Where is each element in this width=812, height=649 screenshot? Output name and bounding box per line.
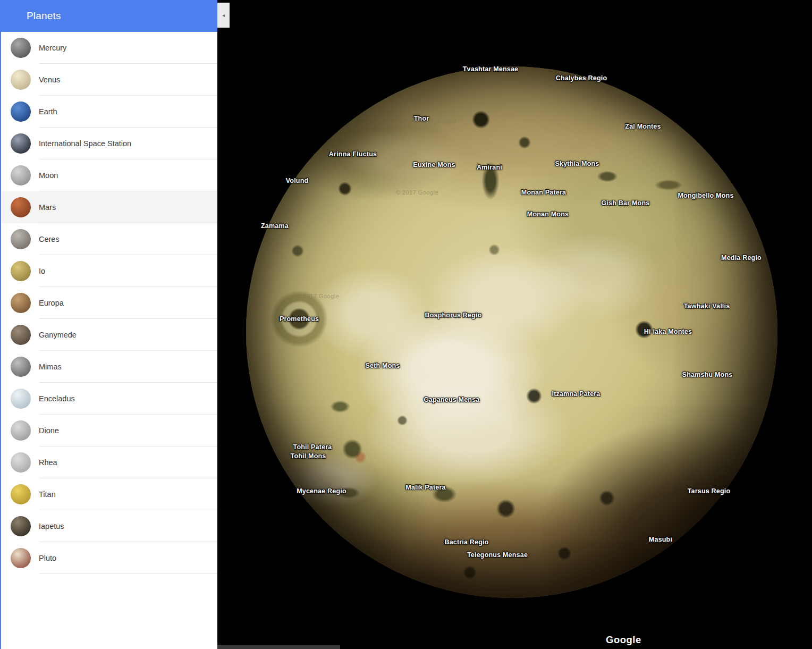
sidebar-item-label: Mercury	[39, 44, 66, 52]
sidebar-header: Planets	[0, 0, 217, 32]
moon-thumbnail-icon	[11, 165, 31, 186]
sidebar-item-label: Ceres	[39, 235, 60, 243]
earth-thumbnail-icon	[11, 102, 31, 122]
sidebar-item-mars[interactable]: Mars	[1, 191, 217, 223]
page-title: Planets	[27, 10, 61, 22]
sidebar-item-enceladus[interactable]: Enceladus	[1, 383, 217, 415]
sidebar-item-label: Enceladus	[39, 394, 75, 403]
sidebar-item-label: Io	[39, 267, 45, 275]
europa-thumbnail-icon	[11, 293, 31, 313]
sidebar-item-label: Mars	[39, 203, 56, 212]
io-thumbnail-icon	[11, 261, 31, 281]
sidebar-item-label: Ganymede	[39, 331, 77, 339]
sidebar-item-venus[interactable]: Venus	[1, 64, 217, 96]
sidebar-item-pluto[interactable]: Pluto	[1, 542, 217, 574]
sidebar-item-io[interactable]: Io	[1, 255, 217, 287]
ceres-thumbnail-icon	[11, 229, 31, 249]
venus-thumbnail-icon	[11, 70, 31, 90]
sidebar-item-earth[interactable]: Earth	[1, 96, 217, 128]
sidebar-item-label: Moon	[39, 171, 58, 180]
sidebar-item-label: Venus	[39, 75, 60, 84]
ganymede-thumbnail-icon	[11, 325, 31, 345]
sidebar-item-mercury[interactable]: Mercury	[1, 32, 217, 64]
sidebar-item-mimas[interactable]: Mimas	[1, 351, 217, 383]
iapetus-thumbnail-icon	[11, 516, 31, 536]
sidebar-item-ganymede[interactable]: Ganymede	[1, 319, 217, 351]
titan-thumbnail-icon	[11, 484, 31, 504]
google-logo[interactable]: Google	[606, 634, 641, 646]
sidebar-item-rhea[interactable]: Rhea	[1, 446, 217, 478]
mercury-thumbnail-icon	[11, 38, 31, 58]
sidebar-item-label: Mimas	[39, 363, 62, 371]
sidebar-collapse-button[interactable]: ◂	[217, 3, 230, 28]
planet-list: MercuryVenusEarthInternational Space Sta…	[0, 32, 217, 649]
app-window: © 2017 Google© 2017 Google© 2017 Google …	[0, 0, 812, 649]
planet-map-canvas[interactable]: © 2017 Google© 2017 Google© 2017 Google …	[217, 0, 812, 649]
mimas-thumbnail-icon	[11, 357, 31, 377]
enceladus-thumbnail-icon	[11, 389, 31, 409]
sidebar-item-label: Iapetus	[39, 522, 64, 530]
sidebar-item-ceres[interactable]: Ceres	[1, 223, 217, 255]
sidebar-item-europa[interactable]: Europa	[1, 287, 217, 319]
rhea-thumbnail-icon	[11, 452, 31, 473]
sidebar-item-label: Titan	[39, 490, 56, 499]
international-space-station-thumbnail-icon	[11, 133, 31, 154]
sidebar-item-dione[interactable]: Dione	[1, 415, 217, 446]
sidebar-item-label: Europa	[39, 299, 64, 307]
pluto-thumbnail-icon	[11, 548, 31, 568]
sidebar-item-label: Dione	[39, 426, 59, 435]
sidebar-item-titan[interactable]: Titan	[1, 478, 217, 510]
sidebar-item-label: International Space Station	[39, 139, 131, 148]
horizontal-scrollbar-thumb[interactable]	[217, 645, 340, 649]
sidebar-item-label: Earth	[39, 107, 57, 116]
chevron-left-icon: ◂	[222, 13, 225, 18]
sidebar-item-label: Pluto	[39, 554, 56, 562]
sidebar-item-iapetus[interactable]: Iapetus	[1, 510, 217, 542]
dione-thumbnail-icon	[11, 420, 31, 441]
sidebar-item-international-space-station[interactable]: International Space Station	[1, 128, 217, 159]
sidebar-item-moon[interactable]: Moon	[1, 159, 217, 191]
sidebar-item-label: Rhea	[39, 458, 57, 467]
mars-thumbnail-icon	[11, 197, 31, 217]
io-globe[interactable]	[246, 66, 777, 598]
sidebar: Planets MercuryVenusEarthInternational S…	[0, 0, 217, 649]
